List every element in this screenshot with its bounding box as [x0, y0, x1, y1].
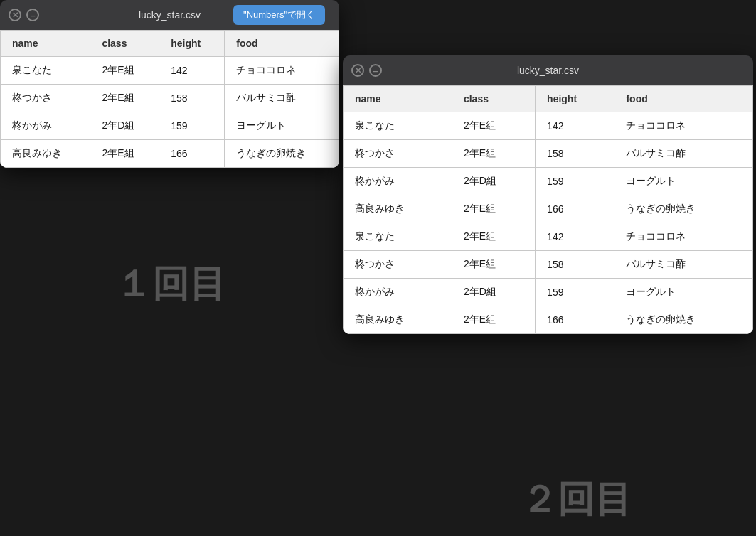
table-cell: 2年E組	[90, 85, 159, 112]
table-cell: 159	[536, 168, 614, 195]
table-cell: うなぎの卵焼き	[614, 195, 753, 223]
table-row: 柊かがみ2年D組159ヨーグルト	[344, 168, 753, 195]
col-height-1: height	[159, 31, 225, 57]
table-cell: バルサミコ酢	[614, 251, 753, 279]
window-2: ✕ – lucky_star.csv name class height foo…	[343, 55, 753, 334]
table-cell: ヨーグルト	[614, 168, 753, 195]
table-cell: 142	[159, 57, 225, 85]
table-row: 柊かがみ2年D組159ヨーグルト	[1, 112, 339, 140]
table-row: 泉こなた2年E組142チョココロネ	[344, 223, 753, 251]
minimize-button-2[interactable]: –	[369, 64, 382, 77]
col-food-2: food	[614, 86, 753, 112]
table-row: 高良みゆき2年E組166うなぎの卵焼き	[344, 195, 753, 223]
round-label-2: ２回目	[441, 475, 711, 525]
traffic-lights-2: ✕ –	[351, 64, 382, 77]
table-cell: 柊かがみ	[344, 168, 452, 195]
table-row: 泉こなた2年E組142チョココロネ	[1, 57, 339, 85]
titlebar-2: ✕ – lucky_star.csv	[343, 55, 753, 85]
table-cell: 166	[159, 140, 225, 168]
table-cell: 142	[536, 223, 614, 251]
table-cell: 高良みゆき	[1, 140, 90, 168]
table-cell: 柊つかさ	[344, 140, 452, 168]
table-cell: 159	[159, 112, 225, 140]
col-class-2: class	[452, 86, 535, 112]
table-row: 柊つかさ2年E組158バルサミコ酢	[344, 251, 753, 279]
col-food-1: food	[225, 31, 339, 57]
col-height-2: height	[536, 86, 614, 112]
table-cell: 2年E組	[452, 140, 535, 168]
table-cell: 159	[536, 279, 614, 306]
window-title-2: lucky_star.csv	[517, 65, 579, 76]
table-cell: 158	[536, 251, 614, 279]
table-cell: 158	[536, 140, 614, 168]
table-container-1: name class height food 泉こなた2年E組142チョココロネ…	[0, 30, 339, 168]
table-row: 高良みゆき2年E組166うなぎの卵焼き	[344, 306, 753, 334]
table-container-2: name class height food 泉こなた2年E組142チョココロネ…	[343, 85, 753, 334]
table-cell: うなぎの卵焼き	[614, 306, 753, 334]
table-cell: 2年E組	[452, 195, 535, 223]
table-cell: チョココロネ	[225, 57, 339, 85]
table-cell: 142	[536, 112, 614, 140]
table-cell: 高良みゆき	[344, 306, 452, 334]
round-label-1: １回目	[36, 259, 306, 309]
traffic-lights-1: ✕ –	[9, 9, 39, 21]
table-2: name class height food 泉こなた2年E組142チョココロネ…	[343, 85, 753, 334]
window-1: ✕ – lucky_star.csv "Numbers"で開く name cla…	[0, 0, 339, 168]
table-cell: 2年E組	[452, 306, 535, 334]
table-1: name class height food 泉こなた2年E組142チョココロネ…	[0, 30, 339, 168]
table-cell: 2年D組	[90, 112, 159, 140]
table-cell: 2年E組	[452, 251, 535, 279]
table-cell: 166	[536, 306, 614, 334]
table-cell: 高良みゆき	[344, 195, 452, 223]
table-cell: 2年D組	[452, 279, 535, 306]
table-cell: 2年E組	[452, 223, 535, 251]
table-row: 柊つかさ2年E組158バルサミコ酢	[344, 140, 753, 168]
table-cell: 158	[159, 85, 225, 112]
table-cell: 2年E組	[90, 140, 159, 168]
table-cell: バルサミコ酢	[614, 140, 753, 168]
table-cell: 泉こなた	[344, 112, 452, 140]
titlebar-1: ✕ – lucky_star.csv "Numbers"で開く	[0, 0, 339, 30]
table-cell: 2年E組	[452, 112, 535, 140]
open-in-numbers-button[interactable]: "Numbers"で開く	[233, 5, 325, 25]
table-cell: ヨーグルト	[614, 279, 753, 306]
table-cell: 2年E組	[90, 57, 159, 85]
close-button-2[interactable]: ✕	[351, 64, 364, 77]
table-cell: 泉こなた	[344, 223, 452, 251]
col-name-1: name	[1, 31, 90, 57]
table-cell: チョココロネ	[614, 223, 753, 251]
table-cell: バルサミコ酢	[225, 85, 339, 112]
col-name-2: name	[344, 86, 452, 112]
table-header-row-1: name class height food	[1, 31, 339, 57]
table-cell: 泉こなた	[1, 57, 90, 85]
table-cell: 柊かがみ	[344, 279, 452, 306]
minimize-button-1[interactable]: –	[26, 9, 39, 21]
table-cell: 柊つかさ	[344, 251, 452, 279]
table-row: 泉こなた2年E組142チョココロネ	[344, 112, 753, 140]
col-class-1: class	[90, 31, 159, 57]
table-row: 柊つかさ2年E組158バルサミコ酢	[1, 85, 339, 112]
table-cell: 166	[536, 195, 614, 223]
close-button-1[interactable]: ✕	[9, 9, 21, 21]
table-cell: 柊つかさ	[1, 85, 90, 112]
table-cell: ヨーグルト	[225, 112, 339, 140]
table-cell: 柊かがみ	[1, 112, 90, 140]
table-header-row-2: name class height food	[344, 86, 753, 112]
table-cell: チョココロネ	[614, 112, 753, 140]
table-row: 柊かがみ2年D組159ヨーグルト	[344, 279, 753, 306]
table-cell: 2年D組	[452, 168, 535, 195]
window-title-1: lucky_star.csv	[139, 9, 201, 21]
table-cell: うなぎの卵焼き	[225, 140, 339, 168]
table-row: 高良みゆき2年E組166うなぎの卵焼き	[1, 140, 339, 168]
